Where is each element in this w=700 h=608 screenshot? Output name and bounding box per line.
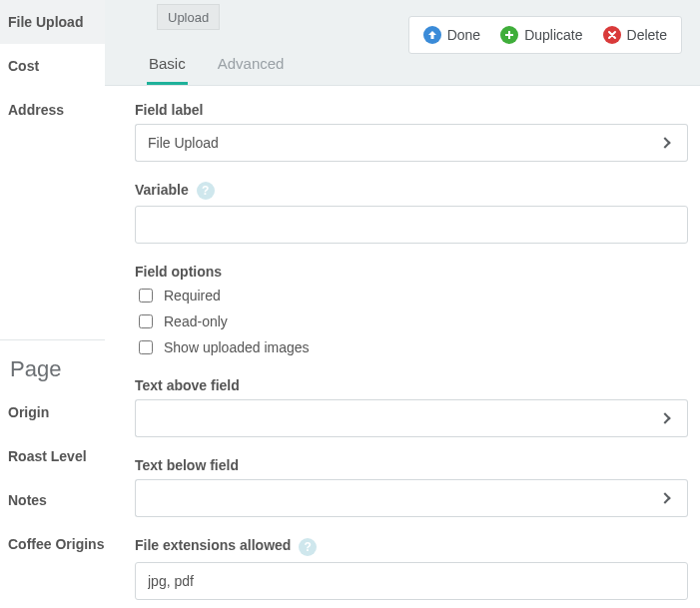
sidebar: File Upload Cost Address Page Origin Roa… xyxy=(0,0,105,608)
field-label-expand-button[interactable] xyxy=(642,124,688,162)
option-show-images[interactable]: Show uploaded images xyxy=(135,337,688,357)
checkbox-required-label: Required xyxy=(164,288,221,304)
delete-label: Delete xyxy=(627,27,667,43)
checkbox-show-images[interactable] xyxy=(139,340,153,354)
plus-icon xyxy=(500,26,518,44)
sidebar-item-file-upload[interactable]: File Upload xyxy=(0,0,105,44)
sidebar-page-roast-level[interactable]: Roast Level xyxy=(0,434,105,478)
checkbox-readonly[interactable] xyxy=(139,314,153,328)
sidebar-item-label: File Upload xyxy=(8,14,83,30)
main-top-bar: Upload Done Duplicate xyxy=(105,0,700,86)
sidebar-item-label: Notes xyxy=(8,492,47,508)
group-variable: Variable ? xyxy=(135,182,688,244)
chevron-right-icon xyxy=(659,493,670,504)
input-text-above[interactable] xyxy=(135,399,642,437)
checkbox-readonly-label: Read-only xyxy=(164,313,228,329)
group-field-label: Field label xyxy=(135,102,688,162)
sidebar-item-label: Origin xyxy=(8,404,49,420)
label-variable: Variable ? xyxy=(135,182,688,200)
sidebar-page-coffee-origins[interactable]: Coffee Origins xyxy=(0,522,105,566)
done-button[interactable]: Done xyxy=(413,17,490,53)
done-label: Done xyxy=(447,27,480,43)
delete-button[interactable]: Delete xyxy=(593,17,677,53)
checkbox-required[interactable] xyxy=(139,289,153,303)
group-text-above: Text above field xyxy=(135,377,688,437)
sidebar-item-cost[interactable]: Cost xyxy=(0,44,105,88)
help-icon[interactable]: ? xyxy=(197,182,215,200)
help-icon[interactable]: ? xyxy=(299,538,317,556)
input-field-label[interactable] xyxy=(135,124,642,162)
arrow-up-icon xyxy=(423,26,441,44)
sidebar-item-label: Cost xyxy=(8,58,39,74)
label-text-below: Text below field xyxy=(135,457,688,473)
input-extensions[interactable] xyxy=(135,562,688,600)
sidebar-fields-section: File Upload Cost Address xyxy=(0,0,105,132)
chevron-right-icon xyxy=(659,413,670,424)
group-field-options: Field options Required Read-only Show up… xyxy=(135,264,688,357)
label-field-options: Field options xyxy=(135,264,688,280)
sidebar-page-origin[interactable]: Origin xyxy=(0,390,105,434)
form-area: Field label Variable ? Field op xyxy=(105,86,700,608)
label-text-above: Text above field xyxy=(135,377,688,393)
x-icon xyxy=(603,26,621,44)
tab-basic[interactable]: Basic xyxy=(147,55,188,85)
sidebar-page-heading: Page xyxy=(0,340,105,390)
sidebar-item-address[interactable]: Address xyxy=(0,88,105,132)
duplicate-button[interactable]: Duplicate xyxy=(490,17,592,53)
option-required[interactable]: Required xyxy=(135,286,688,305)
option-readonly[interactable]: Read-only xyxy=(135,311,688,331)
label-field-label: Field label xyxy=(135,102,688,118)
label-extensions: File extensions allowed ? xyxy=(135,537,688,555)
tab-advanced[interactable]: Advanced xyxy=(216,55,287,85)
sidebar-item-label: Address xyxy=(8,102,64,118)
text-below-expand-button[interactable] xyxy=(642,479,688,517)
input-variable[interactable] xyxy=(135,206,688,244)
sidebar-page-notes[interactable]: Notes xyxy=(0,478,105,522)
group-extensions: File extensions allowed ? xyxy=(135,537,688,599)
sidebar-item-label: Coffee Origins xyxy=(8,536,104,552)
text-above-expand-button[interactable] xyxy=(642,399,688,437)
sidebar-item-label: Roast Level xyxy=(8,448,87,464)
input-text-below[interactable] xyxy=(135,479,642,517)
chevron-right-icon xyxy=(659,137,670,148)
duplicate-label: Duplicate xyxy=(524,27,582,43)
action-bar: Done Duplicate Delete xyxy=(408,16,682,54)
checkbox-show-images-label: Show uploaded images xyxy=(164,339,310,355)
upload-button[interactable]: Upload xyxy=(157,4,220,30)
main-panel: Upload Done Duplicate xyxy=(105,0,700,608)
group-text-below: Text below field xyxy=(135,457,688,517)
